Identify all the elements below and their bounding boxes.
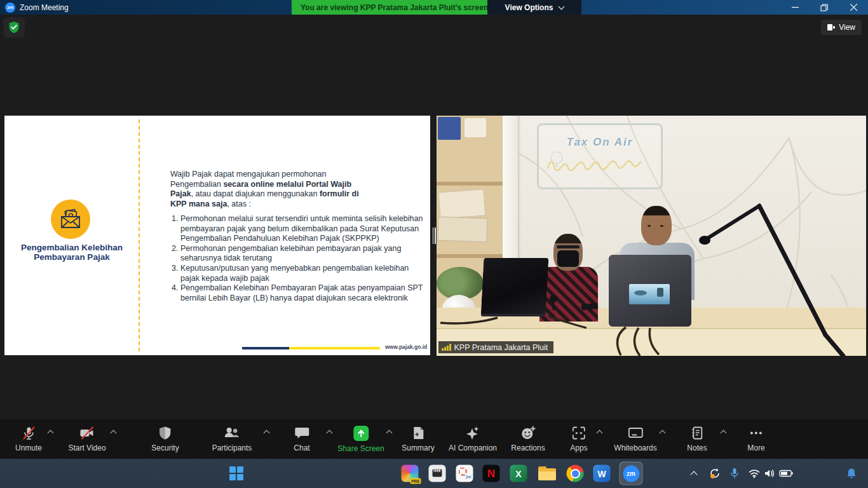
signal-bars-icon <box>442 344 451 351</box>
slide-numbered-list: Permohonan melalui surat tersendiri untu… <box>170 214 423 303</box>
list-item: Pengembalian Kelebihan Pembayaran Pajak … <box>180 283 423 303</box>
tray-overflow-chevron[interactable] <box>691 470 696 477</box>
smiley-plus-icon <box>520 426 536 440</box>
share-options-chevron[interactable] <box>386 430 393 437</box>
windows-taskbar: Search PRE ✂ N X <box>0 459 868 488</box>
excel-icon: X <box>510 465 527 482</box>
folder-icon <box>538 466 556 480</box>
list-item: Permohonan pengembalian kelebihan pembay… <box>180 244 423 264</box>
participants-options-chevron[interactable] <box>264 430 270 437</box>
security-button[interactable]: Security <box>151 426 179 452</box>
list-item: Permohonan melalui surat tersendiri untu… <box>180 214 423 244</box>
chat-options-chevron[interactable] <box>327 430 333 437</box>
tray-sync-indicator[interactable] <box>709 467 721 480</box>
view-options-button[interactable]: View Options <box>487 0 581 15</box>
pane-resize-handle[interactable] <box>431 226 437 245</box>
participants-icon <box>224 426 240 440</box>
battery-icon <box>779 470 793 477</box>
mic-muted-icon <box>22 426 36 440</box>
netflix-icon: N <box>483 465 500 482</box>
dashed-divider <box>139 119 140 351</box>
whiteboard-icon <box>627 426 644 440</box>
start-video-button[interactable]: Start Video <box>68 426 105 452</box>
scissors-glyph: ✂ <box>465 473 471 482</box>
window-title: Zoom Meeting <box>20 3 69 12</box>
apps-button[interactable]: Apps <box>570 426 587 452</box>
tray-notifications[interactable] <box>846 468 857 479</box>
screen-share-banner: You are viewing KPP Pratama Jakarta Plui… <box>292 0 497 15</box>
notes-icon <box>690 426 703 440</box>
tray-volume[interactable] <box>764 468 775 478</box>
video-options-chevron[interactable] <box>111 430 117 437</box>
chrome-icon <box>567 465 584 482</box>
taskbar-item-excel[interactable]: X <box>510 465 527 482</box>
start-button[interactable] <box>229 466 243 480</box>
ai-companion-button[interactable]: AI Companion <box>449 426 497 452</box>
taskbar-item-netflix[interactable]: N <box>483 465 500 482</box>
envelope-money-icon <box>51 200 90 239</box>
preview-badge: PRE <box>410 478 421 484</box>
tray-wifi[interactable] <box>749 469 761 478</box>
apps-icon <box>571 426 586 440</box>
shield-icon <box>158 426 172 440</box>
copilot-icon: PRE <box>402 465 419 482</box>
summary-button[interactable]: Summary <box>402 426 434 452</box>
restore-icon <box>820 4 828 11</box>
taskbar-item-file-explorer[interactable] <box>538 466 556 480</box>
chat-bubble-icon <box>294 426 309 440</box>
view-layout-button[interactable]: View <box>821 20 862 35</box>
slide-intro-paragraph: Wajib Pajak dapat mengajukan permohonan … <box>170 170 362 209</box>
wifi-icon <box>749 469 761 478</box>
whiteboards-button[interactable]: Whiteboards <box>614 426 656 452</box>
tray-mic-in-use[interactable] <box>730 468 739 479</box>
participants-button[interactable]: Participants <box>212 426 252 452</box>
summary-doc-icon <box>411 426 425 440</box>
word-icon: W <box>593 465 611 482</box>
more-button[interactable]: More <box>747 426 764 452</box>
footer-bar-navy <box>242 347 289 349</box>
footer-bar-yellow <box>289 347 380 349</box>
taskbar-item-word[interactable]: W <box>593 465 611 482</box>
zoom-icon: zm <box>623 465 639 482</box>
share-screen-icon <box>353 426 369 441</box>
green-shield-check-icon <box>8 21 20 34</box>
notes-options-chevron[interactable] <box>721 430 727 437</box>
title-bar: zm Zoom Meeting You are viewing KPP Prat… <box>0 0 868 15</box>
participant-video-tile[interactable]: Tax On Air <box>437 116 866 356</box>
shared-screen-slide: Pengembalian Kelebihan Pembayaran Pajak … <box>4 116 430 355</box>
reactions-button[interactable]: Reactions <box>511 426 545 452</box>
chat-button[interactable]: Chat <box>294 426 309 452</box>
active-app-highlight: zm <box>620 462 643 485</box>
minimize-icon <box>792 4 799 11</box>
restore-button[interactable] <box>810 0 839 15</box>
video-muted-icon <box>79 426 95 440</box>
taskbar-item-snipping-tool[interactable]: ✂ <box>456 465 473 482</box>
windows-logo-icon <box>229 466 243 480</box>
unmute-button[interactable]: Unmute <box>15 426 42 452</box>
unmute-options-chevron[interactable] <box>48 430 54 437</box>
chevron-down-icon <box>559 3 565 10</box>
whiteboards-options-chevron[interactable] <box>660 430 666 437</box>
apps-options-chevron[interactable] <box>597 430 603 437</box>
layout-icon <box>827 24 835 30</box>
zoom-meeting-window: zm Zoom Meeting You are viewing KPP Prat… <box>0 0 868 488</box>
slide-sidebar-title: Pengembalian Kelebihan Pembayaran Pajak <box>21 243 123 262</box>
taskbar-item-zoom-active[interactable]: zm <box>620 462 643 485</box>
share-screen-button[interactable]: Share Screen <box>337 426 384 453</box>
list-item: Keputusan/putusan yang menyebabkan penge… <box>180 264 423 283</box>
taskbar-item-ethernet-app[interactable] <box>429 465 446 482</box>
zoom-toolbar: Unmute Start Video Security <box>0 419 868 459</box>
participant-name-label: KPP Pratama Jakarta Pluit <box>438 341 553 353</box>
ai-sparkle-icon <box>465 426 480 440</box>
meeting-info-shield-button[interactable] <box>3 17 25 37</box>
ethernet-icon <box>429 465 446 482</box>
close-icon <box>850 4 857 11</box>
tray-battery[interactable] <box>779 470 793 477</box>
taskbar-item-copilot[interactable]: PRE <box>402 465 419 482</box>
ellipsis-icon <box>749 426 764 440</box>
screen-share-banner-text: You are viewing KPP Pratama Jakarta Plui… <box>301 3 488 12</box>
notes-button[interactable]: Notes <box>687 426 707 452</box>
minimize-button[interactable] <box>780 0 810 15</box>
close-button[interactable] <box>839 0 868 15</box>
taskbar-item-chrome[interactable] <box>567 465 584 482</box>
